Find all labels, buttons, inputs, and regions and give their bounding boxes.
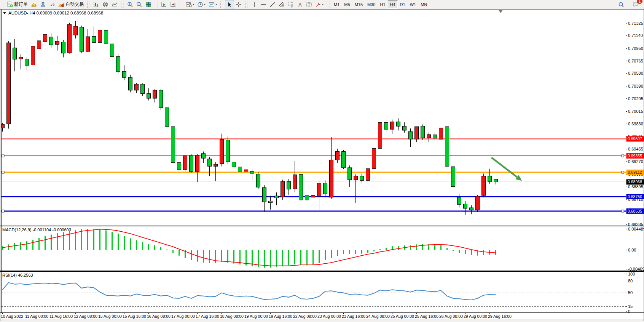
candle-body <box>25 59 29 66</box>
candle-body <box>384 123 388 130</box>
price-tick-label: 0.70205 <box>628 96 643 101</box>
auto-trading-button[interactable]: 自动交易 <box>57 0 85 9</box>
horizontal-line-button[interactable] <box>259 0 268 9</box>
candle-body <box>31 46 35 65</box>
time-tick-label: 15 Aug 16:00 <box>123 314 146 319</box>
crosshair-button[interactable] <box>234 0 243 9</box>
zoom-out-button[interactable] <box>135 0 144 9</box>
tile-windows-icon <box>145 2 151 8</box>
svg-text:T: T <box>308 2 311 7</box>
candlestick-chart-button[interactable] <box>101 0 110 9</box>
cursor-button[interactable] <box>225 0 234 9</box>
timeframe-m15-button[interactable]: M15 <box>352 0 365 9</box>
candle-body <box>348 168 352 180</box>
chevron-down-icon: ▾ <box>322 3 324 6</box>
auto-scroll-icon <box>161 2 167 8</box>
profile-button[interactable] <box>38 0 48 9</box>
trendline-button[interactable] <box>268 0 277 9</box>
chart-window[interactable]: 0.713250.711400.709500.707650.705800.703… <box>0 9 644 322</box>
level-selection-handle[interactable] <box>2 155 4 157</box>
toolbar-separator <box>87 2 90 8</box>
toolbar-separator <box>121 2 124 8</box>
level-selection-handle[interactable] <box>2 171 4 173</box>
level-selection-handle[interactable] <box>622 155 624 157</box>
line-chart-button[interactable] <box>110 0 119 9</box>
search-button[interactable] <box>617 0 626 9</box>
periods-button[interactable]: ▾ <box>196 0 207 9</box>
time-tick-label: 29 Aug 00:00 <box>464 314 487 319</box>
chart-shift-button[interactable] <box>169 0 178 9</box>
svg-text:E: E <box>282 5 284 7</box>
price-tick-label: 0.70765 <box>628 59 643 63</box>
candle-body <box>476 196 480 210</box>
time-tick-label: 23 Aug 00:00 <box>317 314 341 319</box>
cursor-icon <box>226 2 233 8</box>
candle-body <box>482 176 486 195</box>
bars-chart-button[interactable] <box>92 0 101 9</box>
timeframe-h4-button[interactable]: H4 <box>388 0 398 9</box>
price-badge-label: 0.69607 <box>628 136 642 141</box>
time-tick-label: 11 Aug 00:00 <box>25 314 48 319</box>
candle-body <box>37 41 41 49</box>
toolbar-separator <box>155 2 158 8</box>
timeframe-d1-button[interactable]: D1 <box>398 0 408 9</box>
label-button[interactable]: T <box>304 0 314 9</box>
price-tick-label: 0.70015 <box>628 109 643 114</box>
toolbar-separator <box>180 2 182 8</box>
candle-body <box>311 195 315 197</box>
candle-body <box>92 36 96 42</box>
timeframe-w1-button[interactable]: W1 <box>408 0 419 9</box>
candle-body <box>409 131 413 139</box>
candle-body <box>317 183 321 196</box>
candle-body <box>232 162 236 167</box>
candle-body <box>299 175 303 200</box>
candle-body <box>7 43 11 124</box>
channel-button[interactable]: E <box>277 0 286 9</box>
toolbar-separator <box>245 2 248 8</box>
chart-svg[interactable]: 0.713250.711400.709500.707650.705800.703… <box>0 9 644 322</box>
timeframe-m5-button[interactable]: M5 <box>342 0 352 9</box>
candlestick-icon <box>102 2 108 8</box>
channel-icon: E <box>279 2 285 8</box>
arrows-button[interactable]: ▾ <box>314 0 325 9</box>
level-selection-handle[interactable] <box>622 171 624 173</box>
auto-scroll-button[interactable] <box>159 0 169 9</box>
timeframe-h1-button[interactable]: H1 <box>378 0 387 9</box>
fibonacci-icon: F <box>288 2 294 8</box>
level-selection-handle[interactable] <box>2 210 4 212</box>
fibonacci-button[interactable]: F <box>286 0 295 9</box>
crosshair-icon <box>236 2 242 8</box>
candle-body <box>226 140 230 162</box>
time-tick-label: 19 Aug 00:00 <box>244 314 268 319</box>
signal-button[interactable] <box>48 0 57 9</box>
new-order-button[interactable]: 新订单 <box>5 0 29 9</box>
level-selection-handle[interactable] <box>622 210 624 212</box>
bar-chart-icon <box>93 2 99 8</box>
timeframe-m30-button[interactable]: M30 <box>365 0 378 9</box>
time-tick-label: 24 Aug 08:00 <box>366 314 390 319</box>
tile-windows-button[interactable] <box>144 0 153 9</box>
time-tick-label: 19 Aug 16:00 <box>269 314 292 319</box>
vertical-line-button[interactable] <box>250 0 259 9</box>
chart-window-button[interactable] <box>29 0 38 9</box>
text-button[interactable]: A <box>295 0 304 9</box>
chevron-down-icon: ▾ <box>215 3 217 6</box>
templates-button[interactable]: ▾ <box>207 0 218 9</box>
timeframe-mn-button[interactable]: MN <box>418 0 429 9</box>
candle-body <box>123 71 126 77</box>
candle-body <box>457 197 461 205</box>
candle-body <box>165 108 169 127</box>
timeframe-m1-button[interactable]: M1 <box>332 0 342 9</box>
zoom-in-button[interactable] <box>126 0 135 9</box>
notifications-button[interactable]: 1 <box>631 0 640 9</box>
candle-body <box>238 167 242 171</box>
candle-body <box>324 183 327 194</box>
indicators-button[interactable]: ▾ <box>184 0 196 9</box>
candle-body <box>263 187 266 202</box>
candle-body <box>464 204 467 208</box>
time-tick-label: 16 Aug 08:00 <box>147 314 171 319</box>
price-tick-label: 0.69455 <box>628 147 643 151</box>
chevron-down-icon: ▾ <box>193 3 194 6</box>
candle-body <box>305 195 309 200</box>
candle-body <box>433 135 437 138</box>
